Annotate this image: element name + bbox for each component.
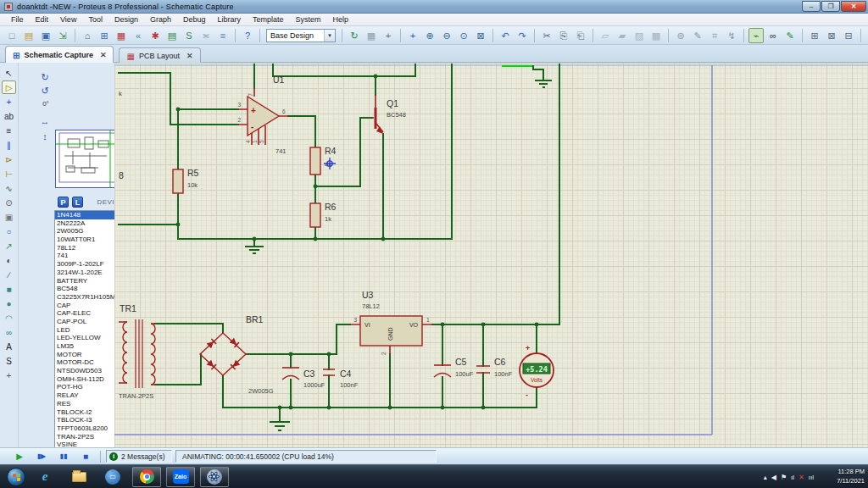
transistor-q1[interactable]: Q1 BC548	[372, 95, 406, 134]
pick-devices-button[interactable]: P	[58, 197, 69, 208]
menu-item-library[interactable]: Library	[211, 15, 247, 24]
tape-recorder-mode-icon[interactable]: ⊙	[2, 196, 16, 209]
tray-expand-icon[interactable]: ▴	[764, 474, 767, 481]
system-tray[interactable]: ▴◀⚑ıl✕ııl	[764, 465, 814, 488]
taskbar-clock[interactable]: 11:28 PM 7/11/2021	[837, 467, 865, 485]
junction-dot-mode-icon[interactable]: +	[2, 95, 16, 108]
2d-line-icon[interactable]: ∕	[2, 268, 16, 281]
menu-item-view[interactable]: View	[54, 15, 82, 24]
refresh-display-icon[interactable]: ↻	[347, 28, 362, 43]
rotate-clockwise-button[interactable]: ↻	[38, 71, 52, 84]
design-explorer-icon[interactable]: ✱	[147, 28, 163, 43]
restore-button[interactable]: ❐	[821, 1, 840, 12]
close-tab-icon[interactable]: ✕	[186, 52, 193, 60]
generator-mode-icon[interactable]: ▣	[2, 210, 16, 224]
zoom-in-icon[interactable]: ⊕	[422, 28, 437, 43]
2d-symbol-icon[interactable]: S	[2, 354, 16, 368]
make-device-icon[interactable]: ✎	[690, 28, 705, 43]
measure-icon[interactable]: ≍	[198, 28, 214, 43]
menu-item-template[interactable]: Template	[247, 15, 290, 24]
close-button[interactable]: ✕	[841, 1, 866, 12]
schematic-capture-icon[interactable]: ⊞	[97, 28, 112, 43]
pick-parts-icon[interactable]: ⊜	[673, 28, 688, 43]
start-button[interactable]	[7, 468, 25, 486]
home-page-icon[interactable]: ⌂	[80, 28, 95, 43]
pause-simulation-button[interactable]: ▮▮	[54, 450, 73, 463]
property-assignment-icon[interactable]: ✎	[782, 28, 798, 43]
menu-item-help[interactable]: Help	[327, 15, 355, 24]
import-project-icon[interactable]: ⇲	[55, 28, 70, 43]
new-sheet-icon[interactable]: ⊞	[807, 28, 822, 43]
pan-icon[interactable]: +	[405, 28, 420, 43]
pcb-layout-icon[interactable]: ▦	[114, 28, 129, 43]
taskbar-item-internet-explorer[interactable]: e	[31, 467, 59, 487]
opamp-u1[interactable]: + - U1 741 3 2 6 7 4 1 5	[237, 75, 288, 155]
menu-item-debug[interactable]: Debug	[177, 15, 212, 24]
network-error-badge[interactable]: ✕	[798, 474, 804, 481]
action-center-icon[interactable]: ⚑	[781, 474, 787, 481]
terminals-mode-icon[interactable]: ⊳	[2, 152, 16, 166]
mirror-vertical-button[interactable]: ↕	[38, 130, 52, 143]
menu-item-file[interactable]: File	[5, 15, 30, 24]
tab-schematic-capture[interactable]: ⊞ Schematic Capture ✕	[5, 46, 114, 64]
taskbar-item-zalo[interactable]: Zalo	[166, 467, 195, 487]
signal-strength-icon[interactable]: ııl	[809, 474, 814, 481]
goto-sheet-icon[interactable]: ⊟	[841, 28, 856, 43]
component-mode-icon[interactable]: ▷	[2, 80, 16, 94]
2d-arc-icon[interactable]: ◠	[2, 311, 16, 324]
capacitor-c5[interactable]: C5 100uF	[434, 357, 474, 378]
current-probe-mode-icon[interactable]: ↗	[2, 239, 16, 252]
tab-pcb-layout[interactable]: ▦ PCB Layout ✕	[119, 47, 200, 64]
save-project-icon[interactable]: ▣	[38, 28, 53, 43]
menu-item-tool[interactable]: Tool	[82, 15, 108, 24]
2d-path-icon[interactable]: ∞	[2, 325, 16, 339]
wire-label-mode-icon[interactable]: ab	[2, 109, 16, 123]
menu-item-system[interactable]: System	[290, 15, 327, 24]
text-script-mode-icon[interactable]: ≡	[2, 124, 16, 137]
zoom-out-icon[interactable]: ⊖	[439, 28, 454, 43]
2d-marker-icon[interactable]: +	[2, 369, 16, 382]
search-tag-icon[interactable]: ∞	[765, 28, 781, 43]
taskbar-item-explorer[interactable]	[64, 467, 93, 487]
paste-icon[interactable]: ⎗	[573, 28, 588, 43]
bill-of-materials-icon[interactable]: ▤	[164, 28, 180, 43]
volume-icon[interactable]: ◀	[771, 474, 776, 481]
virtual-instruments-mode-icon[interactable]: ◐	[2, 253, 16, 267]
3d-visualizer-icon[interactable]: «	[131, 28, 146, 43]
help-icon[interactable]: ?	[240, 28, 255, 43]
zoom-all-icon[interactable]: ⊙	[456, 28, 471, 43]
stop-simulation-button[interactable]: ■	[76, 450, 95, 463]
voltage-probe-mode-icon[interactable]: ○	[2, 225, 16, 238]
network-error-icon[interactable]: ıl	[791, 474, 794, 481]
device-pins-mode-icon[interactable]: ⊢	[2, 167, 16, 180]
packaging-tool-icon[interactable]: ⌗	[707, 28, 722, 43]
menu-item-design[interactable]: Design	[108, 15, 144, 24]
redo-icon[interactable]: ↷	[515, 28, 530, 43]
taskbar-item-chrome[interactable]	[132, 467, 161, 487]
mirror-horizontal-button[interactable]: ↔	[38, 115, 52, 128]
close-tab-icon[interactable]: ✕	[100, 51, 107, 59]
block-delete-icon[interactable]: ▩	[648, 28, 664, 43]
menu-item-graph[interactable]: Graph	[144, 15, 177, 24]
message-counter[interactable]: i 2 Message(s)	[106, 450, 172, 463]
wire-autorouter-icon[interactable]: ⌁	[748, 28, 764, 43]
simulation-log-icon[interactable]: S	[181, 28, 197, 43]
resistor-r5[interactable]: R5 10k	[173, 168, 199, 193]
taskbar-item-proteus[interactable]	[200, 467, 229, 487]
2d-circle-icon[interactable]: ●	[2, 297, 16, 310]
resistor-r6[interactable]: R6 1k	[310, 202, 337, 227]
minimize-button[interactable]: –	[802, 1, 821, 12]
2d-text-icon[interactable]: A	[2, 340, 16, 353]
new-project-icon[interactable]: □	[4, 28, 19, 43]
cut-icon[interactable]: ✂	[539, 28, 554, 43]
2d-box-icon[interactable]: ■	[2, 282, 16, 296]
transformer-tr1[interactable]: TR1 TRAN-2P2S	[119, 303, 155, 400]
schematic-canvas[interactable]: + - U1 741 3 2 6 7 4 1 5 Q1 BC548	[114, 63, 868, 447]
false-origin-icon[interactable]: +	[381, 28, 396, 43]
regulator-u3[interactable]: VI VO GND 3 1 2 U3 78L12	[350, 290, 432, 355]
open-project-icon[interactable]: ▤	[21, 28, 36, 43]
capacitor-c6[interactable]: C6 100nF	[476, 357, 513, 378]
graph-mode-icon[interactable]: ∿	[2, 181, 16, 195]
decompose-icon[interactable]: ↯	[724, 28, 739, 43]
play-simulation-button[interactable]: ▶	[10, 450, 29, 463]
